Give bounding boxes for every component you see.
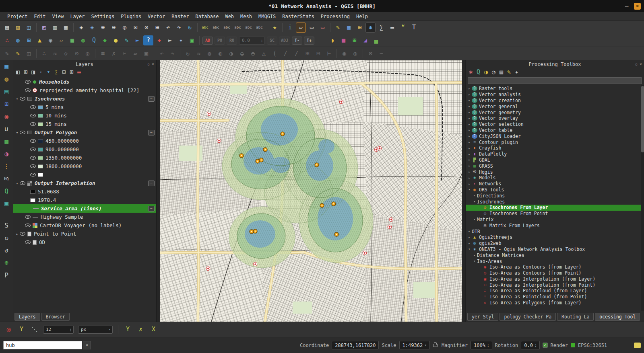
digitize-shape-button[interactable]: ∴ bbox=[2, 35, 12, 45]
expander-icon[interactable]: ▸ bbox=[467, 182, 472, 186]
add-line-button[interactable]: ≈ bbox=[50, 49, 60, 59]
visibility-eye-icon[interactable] bbox=[20, 97, 25, 101]
new-bookmark-button[interactable]: ★ bbox=[270, 23, 280, 33]
expander-icon[interactable]: ▸ bbox=[467, 140, 472, 144]
undock-panel-icon[interactable]: ▫ bbox=[147, 62, 150, 66]
processing-item[interactable]: ▾Isochrones bbox=[466, 199, 644, 205]
expander-icon[interactable]: ▸ bbox=[467, 158, 472, 162]
pan-to-selection-button[interactable]: ✚ bbox=[87, 23, 97, 33]
coordinate-input[interactable]: 288743,1617820 bbox=[332, 341, 379, 349]
vertex-tool-active-button[interactable]: ◎ bbox=[83, 49, 93, 59]
dock-style-icon[interactable]: ▩ bbox=[2, 137, 11, 146]
select-by-polygon-button[interactable]: ▭ bbox=[307, 23, 317, 33]
layer-item[interactable]: 1350.0000000 bbox=[13, 154, 156, 162]
scrollbar-thumb[interactable] bbox=[641, 86, 644, 152]
visibility-eye-icon[interactable] bbox=[25, 215, 31, 219]
processing-item[interactable]: ▸QRaster tools bbox=[466, 86, 644, 92]
processing-search-input[interactable] bbox=[468, 77, 642, 84]
layer-item[interactable]: 51.0688 bbox=[13, 187, 156, 196]
ro-badge[interactable]: RO bbox=[227, 37, 237, 45]
layer-options-badge[interactable]: ⋯ bbox=[148, 206, 155, 211]
menu-item-layer[interactable]: Layer bbox=[67, 12, 88, 21]
dock-p-icon[interactable]: P bbox=[2, 271, 11, 280]
processing-item[interactable]: ▸QVector geometry bbox=[466, 109, 644, 115]
processing-item[interactable]: ▸HQHqgis bbox=[466, 169, 644, 175]
visibility-eye-icon[interactable] bbox=[30, 139, 36, 143]
proc-log-icon[interactable]: ▤ bbox=[498, 69, 505, 76]
simplify-feature-button[interactable]: ≈ bbox=[194, 49, 204, 59]
messages-icon[interactable] bbox=[634, 343, 641, 348]
tab-routing-la[interactable]: Routing La bbox=[557, 313, 594, 321]
refresh-map-button[interactable]: ↻ bbox=[185, 23, 195, 33]
expander-icon[interactable]: ▸ bbox=[467, 123, 472, 126]
add-ring-button[interactable]: ◍ bbox=[204, 49, 215, 59]
text-annotation-button[interactable]: T bbox=[409, 23, 419, 33]
processing-item[interactable]: ▸▛GDAL bbox=[466, 157, 644, 163]
dock-browser-icon[interactable]: ▦ bbox=[2, 62, 11, 71]
copy-features-button[interactable]: ▱ bbox=[130, 49, 140, 59]
digitize-value-spin[interactable]: 0.0▴▾ bbox=[239, 37, 265, 45]
crs-label[interactable]: EPSG:32651 bbox=[578, 343, 607, 348]
processing-item[interactable]: ▸CCityJSON Loader bbox=[466, 133, 644, 139]
dock-s-icon[interactable]: S bbox=[2, 221, 11, 230]
dock-add-icon[interactable]: ⊕ bbox=[2, 259, 11, 267]
deselect-all-button[interactable]: ▭ bbox=[318, 23, 328, 33]
expander-icon[interactable]: ▾ bbox=[472, 200, 477, 203]
processing-item[interactable]: ▸Directions bbox=[466, 193, 644, 199]
unit-combo[interactable]: px▾ bbox=[78, 326, 113, 334]
offset-curve-button[interactable]: ( bbox=[270, 49, 280, 59]
close-panel-icon[interactable]: × bbox=[152, 62, 154, 66]
merge-features-button[interactable]: ⊞ bbox=[302, 49, 312, 59]
processing-item[interactable]: ◎Isochrones From Point bbox=[466, 211, 644, 217]
processing-item[interactable]: ◇Iso-Area as Polygons (from Layer) bbox=[466, 300, 644, 306]
dock-postgis-icon[interactable]: ⊞ bbox=[2, 100, 11, 109]
proc-options-icon[interactable]: ✦ bbox=[513, 69, 520, 76]
label-anchor-icon[interactable]: Y bbox=[17, 324, 27, 335]
vertex-tool-button[interactable]: ⊙ bbox=[72, 49, 82, 59]
tab-pology-checker-pa[interactable]: pology Checker Pa bbox=[500, 313, 556, 321]
processing-item[interactable]: ▸▮DataPlotly bbox=[466, 151, 644, 157]
layer-item[interactable]: ▾Output Interpolation⋯ bbox=[13, 179, 156, 187]
processing-item[interactable]: ▸✱Models bbox=[466, 175, 644, 181]
expander-icon[interactable]: ▾ bbox=[14, 181, 20, 185]
menu-item-web[interactable]: Web bbox=[222, 12, 237, 21]
visibility-eye-icon[interactable] bbox=[20, 131, 25, 134]
processing-item[interactable]: ◎Isochrones From Layer bbox=[466, 205, 644, 211]
processing-item[interactable]: ▾Matrix bbox=[466, 217, 644, 223]
processing-item[interactable]: ▸QVector analysis bbox=[466, 92, 644, 98]
layer-item[interactable]: +reprojected_amenity_hospital [22] bbox=[13, 86, 156, 94]
menu-item-edit[interactable]: Edit bbox=[31, 12, 49, 21]
menu-item-vector[interactable]: Vector bbox=[144, 12, 168, 21]
new-print-layout-button[interactable]: ▥ bbox=[50, 23, 60, 33]
label-pin-button[interactable]: abc bbox=[211, 23, 221, 33]
magnifier-spin[interactable]: 100% ▴▾ bbox=[471, 341, 492, 349]
expander-icon[interactable]: ▸ bbox=[467, 164, 472, 168]
redo-button[interactable]: ↷ bbox=[167, 49, 178, 59]
layout-manager-button[interactable]: ▦ bbox=[61, 23, 71, 33]
grid-add-button[interactable]: ⊞ bbox=[349, 35, 359, 45]
layer-item[interactable]: ▸Point to Point bbox=[13, 230, 156, 238]
label-highlight-button[interactable]: abc bbox=[222, 23, 232, 33]
reshape-button[interactable]: △ bbox=[259, 49, 269, 59]
expander-icon[interactable]: ▾ bbox=[472, 259, 477, 263]
chevron-down-icon[interactable]: ▾ bbox=[107, 328, 112, 330]
font-size-spin[interactable]: 12▴▾ bbox=[43, 326, 74, 334]
t-plus-badge[interactable]: T+ bbox=[304, 37, 314, 45]
spin-arrows-icon[interactable]: ▴▾ bbox=[68, 328, 73, 332]
expander-icon[interactable]: ▾ bbox=[14, 131, 20, 135]
processing-toolbox-button[interactable]: ✱ bbox=[365, 23, 376, 33]
locator-input[interactable] bbox=[3, 341, 82, 349]
visibility-eye-icon[interactable] bbox=[25, 80, 31, 84]
zoom-full-button[interactable]: ⊡ bbox=[130, 23, 140, 33]
layer-item[interactable] bbox=[13, 170, 156, 179]
color-grid-button[interactable]: ▦ bbox=[67, 35, 77, 45]
slope-button[interactable]: ◢ bbox=[360, 35, 370, 45]
zoom-last-button[interactable]: ↶ bbox=[163, 23, 173, 33]
advanced-digitizing-badge[interactable]: AD bbox=[202, 37, 213, 45]
expander-icon[interactable]: ▸ bbox=[467, 146, 472, 150]
proc-history-icon[interactable]: ◔ bbox=[490, 69, 497, 76]
processing-item[interactable]: ▾Iso-Areas bbox=[466, 258, 644, 264]
modify-attributes-button[interactable]: ≡ bbox=[98, 49, 108, 59]
auto-label-icon[interactable]: ◎ bbox=[4, 324, 14, 335]
add-polygon-button[interactable]: ◇ bbox=[61, 49, 71, 59]
